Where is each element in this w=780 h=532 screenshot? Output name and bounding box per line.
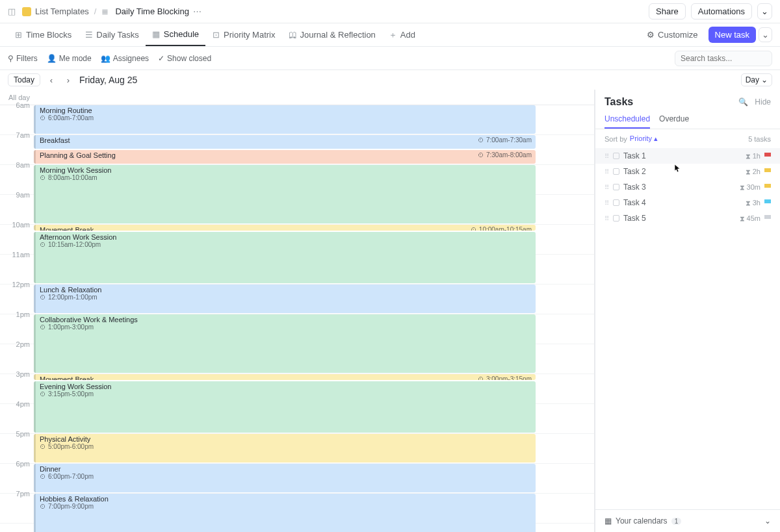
task-row[interactable]: ⠿ Task 5 ⧗ 45m bbox=[595, 210, 780, 226]
hour-label: 1pm bbox=[0, 310, 34, 340]
tab-schedule[interactable]: ▦Schedule bbox=[146, 23, 205, 46]
filter-filters[interactable]: ⚲Filters bbox=[8, 54, 38, 63]
panel-hide[interactable]: Hide bbox=[755, 97, 771, 107]
task-row[interactable]: ⠿ Task 1 ⧗ 1h bbox=[595, 148, 780, 164]
task-duration: ⧗ 45m bbox=[740, 214, 760, 223]
folder-icon bbox=[22, 7, 31, 16]
task-row[interactable]: ⠿ Task 2 ⧗ 2h bbox=[595, 164, 780, 179]
event-time: ⏲ 6:00am-7:00am bbox=[40, 114, 532, 121]
event-title: Breakfast bbox=[40, 136, 532, 144]
tab-add[interactable]: ＋Add bbox=[382, 23, 422, 46]
task-name: Task 2 bbox=[623, 167, 742, 176]
task-name: Task 4 bbox=[623, 198, 742, 207]
view-tabs: ⊞Time Blocks☰Daily Tasks▦Schedule⊡Priori… bbox=[0, 23, 780, 47]
chevron-down-icon: ⌄ bbox=[764, 516, 771, 526]
event-time: ⏲ 1:00pm-3:00pm bbox=[40, 323, 532, 331]
filter-assignees[interactable]: 👥Assignees bbox=[101, 54, 149, 63]
next-day[interactable]: › bbox=[62, 75, 74, 85]
event-time: ⏲ 10:00am-10:15am bbox=[471, 226, 532, 231]
filter-icon: ⚲ bbox=[8, 54, 14, 63]
more-menu[interactable]: ⋯ bbox=[193, 6, 202, 16]
event-title: Movement Break bbox=[40, 375, 532, 380]
drag-handle-icon[interactable]: ⠿ bbox=[604, 153, 609, 160]
tasks-panel: Tasks 🔍 Hide UnscheduledOverdue Sort by … bbox=[595, 90, 780, 532]
event-block[interactable]: Morning Work Session⏲ 8:00am-10:00am bbox=[34, 165, 536, 223]
panel-tabs: UnscheduledOverdue bbox=[595, 114, 780, 129]
breadcrumb-list[interactable]: ≣ Daily Time Blocking bbox=[101, 6, 188, 16]
view-range-picker[interactable]: Day⌄ bbox=[741, 73, 772, 86]
drag-handle-icon[interactable]: ⠿ bbox=[604, 215, 609, 222]
your-calendars-row[interactable]: ▦ Your calendars 1 ⌄ bbox=[595, 509, 780, 532]
event-block[interactable]: Dinner⏲ 6:00pm-7:00pm bbox=[34, 464, 536, 492]
task-checkbox[interactable] bbox=[613, 199, 619, 206]
calendar-icon: ▦ bbox=[604, 516, 612, 526]
event-block[interactable]: Movement Break⏲ 3:00pm-3:15pm bbox=[34, 374, 536, 380]
task-name: Task 3 bbox=[623, 183, 736, 192]
list-name: Daily Time Blocking bbox=[115, 6, 188, 16]
breadcrumb-folder[interactable]: List Templates bbox=[22, 6, 89, 16]
hour-label: 5pm bbox=[0, 430, 34, 459]
event-title: Physical Activity bbox=[40, 435, 532, 443]
panel-tab-unscheduled[interactable]: Unscheduled bbox=[604, 114, 650, 129]
automations-chevron[interactable]: ⌄ bbox=[757, 3, 772, 19]
filter-me-mode[interactable]: 👤Me mode bbox=[47, 54, 92, 63]
tab-matrix[interactable]: ⊡Priority Matrix bbox=[205, 23, 281, 46]
panel-search-icon[interactable]: 🔍 bbox=[738, 97, 748, 107]
event-block[interactable]: Movement Break⏲ 10:00am-10:15am bbox=[34, 225, 536, 231]
event-block[interactable]: Evening Work Session⏲ 3:15pm-5:00pm bbox=[34, 381, 536, 433]
event-time: ⏲ 6:00pm-7:00pm bbox=[40, 473, 532, 480]
event-block[interactable]: Hobbies & Relaxation⏲ 7:00pm-9:00pm bbox=[34, 494, 536, 532]
filter-icon: ✓ bbox=[158, 54, 164, 63]
drag-handle-icon[interactable]: ⠿ bbox=[604, 168, 609, 175]
prev-day[interactable]: ‹ bbox=[46, 75, 57, 85]
current-date: Friday, Aug 25 bbox=[79, 75, 137, 85]
new-task-dropdown[interactable]: ⌄ bbox=[759, 27, 772, 42]
priority-flag-icon[interactable] bbox=[764, 199, 771, 206]
task-checkbox[interactable] bbox=[613, 153, 619, 159]
event-block[interactable]: Morning Routine⏲ 6:00am-7:00am bbox=[34, 105, 536, 134]
drag-handle-icon[interactable]: ⠿ bbox=[604, 184, 609, 191]
chevron-down-icon: ⌄ bbox=[761, 75, 768, 84]
search-box[interactable] bbox=[675, 51, 772, 66]
panel-tab-overdue[interactable]: Overdue bbox=[659, 114, 689, 129]
tab-journal[interactable]: 🕮Journal & Reflection bbox=[282, 23, 382, 46]
event-block[interactable]: Breakfast⏲ 7:00am-7:30am bbox=[34, 135, 536, 149]
filter-show-closed[interactable]: ✓Show closed bbox=[158, 54, 211, 63]
event-time: ⏲ 3:00pm-3:15pm bbox=[478, 375, 532, 380]
sidebar-toggle-icon[interactable]: ◫ bbox=[8, 6, 16, 16]
allday-row[interactable]: All day bbox=[0, 90, 594, 105]
event-block[interactable]: Planning & Goal Setting⏲ 7:30am-8:00am bbox=[34, 150, 536, 164]
priority-flag-icon[interactable] bbox=[764, 184, 771, 190]
today-button[interactable]: Today bbox=[8, 73, 40, 86]
event-block[interactable]: Lunch & Relaxation⏲ 12:00pm-1:00pm bbox=[34, 285, 536, 313]
share-button[interactable]: Share bbox=[649, 3, 686, 19]
customize-button[interactable]: ⚙Customize bbox=[640, 30, 704, 40]
priority-flag-icon[interactable] bbox=[764, 215, 771, 222]
event-time: ⏲ 7:00pm-9:00pm bbox=[40, 503, 532, 510]
task-checkbox[interactable] bbox=[613, 215, 619, 222]
tab-label: Daily Tasks bbox=[96, 30, 139, 40]
hour-label: 12pm bbox=[0, 281, 34, 310]
tab-daily-tasks[interactable]: ☰Daily Tasks bbox=[78, 23, 146, 46]
drag-handle-icon[interactable]: ⠿ bbox=[604, 199, 609, 207]
event-block[interactable]: Collaborative Work & Meetings⏲ 1:00pm-3:… bbox=[34, 314, 536, 373]
allday-label: All day bbox=[0, 94, 34, 101]
hour-label: 3pm bbox=[0, 370, 34, 399]
date-nav: Today ‹ › Friday, Aug 25 Day⌄ bbox=[0, 70, 780, 90]
search-input[interactable] bbox=[681, 54, 752, 63]
priority-flag-icon[interactable] bbox=[764, 153, 771, 159]
event-block[interactable]: Physical Activity⏲ 5:00pm-6:00pm bbox=[34, 434, 536, 462]
task-row[interactable]: ⠿ Task 4 ⧗ 3h bbox=[595, 195, 780, 210]
task-row[interactable]: ⠿ Task 3 ⧗ 30m bbox=[595, 179, 780, 195]
event-block[interactable]: Afternoon Work Session⏲ 10:15am-12:00pm bbox=[34, 232, 536, 283]
new-task-button[interactable]: New task bbox=[708, 27, 756, 43]
automations-button[interactable]: Automations bbox=[691, 3, 752, 19]
tab-label: Time Blocks bbox=[26, 30, 72, 40]
task-checkbox[interactable] bbox=[613, 168, 619, 175]
task-checkbox[interactable] bbox=[613, 184, 619, 190]
priority-flag-icon[interactable] bbox=[764, 168, 771, 175]
tab-time-blocks[interactable]: ⊞Time Blocks bbox=[8, 23, 78, 46]
sort-field[interactable]: Priority ▴ bbox=[630, 134, 658, 143]
event-title: Collaborative Work & Meetings bbox=[40, 316, 532, 323]
task-list: ⠿ Task 1 ⧗ 1h ⠿ Task 2 ⧗ 2h ⠿ Task 3 ⧗ 3… bbox=[595, 148, 780, 509]
